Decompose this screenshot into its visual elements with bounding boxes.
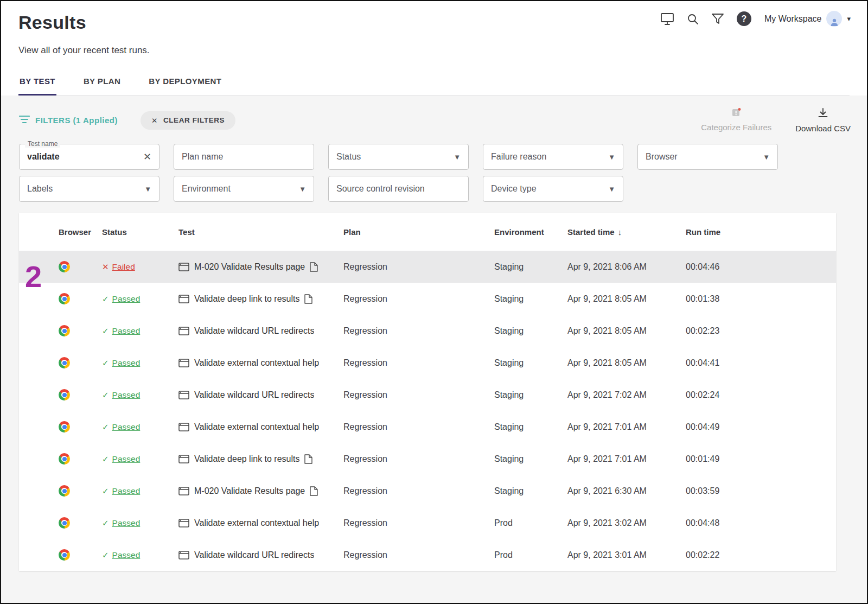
tab-by-deployment[interactable]: BY DEPLOYMENT <box>148 70 222 96</box>
failure-reason-filter[interactable]: Failure reason ▼ <box>483 144 623 170</box>
status-icon: ✓ <box>102 550 109 560</box>
chrome-icon <box>59 549 70 561</box>
filters-title: FILTERS (1 Applied) <box>35 116 118 125</box>
environment-placeholder: Environment <box>182 184 231 194</box>
help-icon[interactable]: ? <box>737 11 751 26</box>
status-link[interactable]: ✓ Passed <box>102 486 140 496</box>
environment-filter[interactable]: Environment ▼ <box>174 176 314 202</box>
download-csv-button[interactable]: Download CSV <box>795 107 851 133</box>
run-time-cell: 00:04:49 <box>686 422 836 432</box>
doc-icon[interactable] <box>304 294 312 304</box>
status-label: Failed <box>112 262 135 272</box>
test-name: M-020 Validate Results page <box>194 486 305 496</box>
results-table: Browser Status Test Plan Environment Sta… <box>19 213 836 571</box>
table-row[interactable]: ✓ Passed M-020 Validate Results page Reg… <box>19 475 836 507</box>
source-control-placeholder: Source control revision <box>336 184 425 194</box>
chevron-down-icon: ▾ <box>847 15 851 23</box>
filters-toggle[interactable]: FILTERS (1 Applied) <box>19 115 118 126</box>
test-window-icon <box>178 455 189 463</box>
col-started-time[interactable]: Started time ↓ <box>567 227 686 237</box>
col-run-time[interactable]: Run time <box>686 227 836 237</box>
clear-test-name-icon[interactable]: ✕ <box>143 152 151 162</box>
run-time-cell: 00:04:46 <box>686 262 836 272</box>
test-name: Validate external contextual help <box>194 518 319 528</box>
started-time-cell: Apr 9, 2021 8:06 AM <box>567 262 686 272</box>
col-plan[interactable]: Plan <box>343 227 494 237</box>
status-link[interactable]: ✓ Passed <box>102 390 140 400</box>
test-name-filter[interactable]: Test name validate ✕ <box>19 144 159 170</box>
started-time-cell: Apr 9, 2021 3:01 AM <box>567 550 686 560</box>
run-time-cell: 00:04:41 <box>686 358 836 368</box>
table-row[interactable]: ✓ Passed Validate external contextual he… <box>19 347 836 379</box>
plan-cell: Regression <box>343 550 494 560</box>
run-time-cell: 00:01:49 <box>686 454 836 464</box>
status-icon: ✓ <box>102 422 109 432</box>
status-link[interactable]: ✓ Passed <box>102 518 140 528</box>
plan-cell: Regression <box>343 326 494 336</box>
started-time-cell: Apr 9, 2021 8:05 AM <box>567 358 686 368</box>
doc-icon[interactable] <box>310 262 318 272</box>
table-row[interactable]: ✓ Passed Validate deep link to results R… <box>19 283 836 315</box>
table-row[interactable]: ✓ Passed Validate external contextual he… <box>19 507 836 539</box>
monitor-icon[interactable] <box>661 13 674 25</box>
filter-icon[interactable] <box>712 14 724 24</box>
environment-cell: Staging <box>494 486 567 496</box>
test-window-icon <box>178 487 189 495</box>
test-window-icon <box>178 295 189 303</box>
status-link[interactable]: ✓ Passed <box>102 326 140 336</box>
browser-filter[interactable]: Browser ▼ <box>637 144 778 170</box>
col-status[interactable]: Status <box>102 227 178 237</box>
col-test[interactable]: Test <box>178 227 343 237</box>
browser-placeholder: Browser <box>646 152 678 162</box>
test-name: M-020 Validate Results page <box>194 262 305 272</box>
plan-name-placeholder: Plan name <box>182 152 224 162</box>
clear-filters-button[interactable]: ✕ CLEAR FILTERS <box>141 111 235 130</box>
table-row[interactable]: ✓ Passed Validate deep link to results R… <box>19 443 836 475</box>
workspace-menu[interactable]: My Workspace ▾ <box>764 11 851 27</box>
plan-cell: Regression <box>343 422 494 432</box>
status-label: Passed <box>112 486 141 496</box>
status-link[interactable]: ✕ Failed <box>102 262 135 272</box>
chrome-icon <box>59 325 70 336</box>
test-name: Validate external contextual help <box>194 358 319 368</box>
status-link[interactable]: ✓ Passed <box>102 358 140 368</box>
status-link[interactable]: ✓ Passed <box>102 422 140 432</box>
test-name: Validate wildcard URL redirects <box>194 390 314 400</box>
categorize-failures-button[interactable]: Categorize Failures <box>701 107 771 133</box>
test-window-icon <box>178 391 189 399</box>
run-time-cell: 00:01:38 <box>686 294 836 304</box>
device-type-placeholder: Device type <box>491 184 537 194</box>
col-browser[interactable]: Browser <box>59 227 102 237</box>
doc-icon[interactable] <box>310 486 318 496</box>
tab-by-test[interactable]: BY TEST <box>18 70 56 96</box>
status-label: Passed <box>112 294 141 304</box>
col-environment[interactable]: Environment <box>494 227 567 237</box>
doc-icon[interactable] <box>304 454 312 464</box>
chrome-icon <box>59 357 70 368</box>
labels-filter[interactable]: Labels ▼ <box>19 176 159 202</box>
device-type-filter[interactable]: Device type ▼ <box>483 176 623 202</box>
run-time-cell: 00:04:48 <box>686 518 836 528</box>
search-icon[interactable] <box>687 13 699 25</box>
status-link[interactable]: ✓ Passed <box>102 454 140 464</box>
chevron-down-icon: ▼ <box>144 185 151 193</box>
environment-cell: Staging <box>494 358 567 368</box>
chrome-icon <box>59 517 70 529</box>
status-link[interactable]: ✓ Passed <box>102 294 140 304</box>
plan-cell: Regression <box>343 518 494 528</box>
table-row[interactable]: ✓ Passed Validate external contextual he… <box>19 411 836 443</box>
environment-cell: Staging <box>494 262 567 272</box>
started-time-cell: Apr 9, 2021 7:01 AM <box>567 454 686 464</box>
table-row[interactable]: ✓ Passed Validate wildcard URL redirects… <box>19 539 836 571</box>
status-filter[interactable]: Status ▼ <box>328 144 469 170</box>
test-window-icon <box>178 359 189 367</box>
status-placeholder: Status <box>336 152 361 162</box>
status-link[interactable]: ✓ Passed <box>102 550 140 560</box>
table-row[interactable]: ✕ Failed M-020 Validate Results page Reg… <box>19 251 836 283</box>
tab-by-plan[interactable]: BY PLAN <box>82 70 122 96</box>
table-row[interactable]: ✓ Passed Validate wildcard URL redirects… <box>19 315 836 347</box>
avatar <box>826 11 842 27</box>
table-row[interactable]: ✓ Passed Validate wildcard URL redirects… <box>19 379 836 411</box>
plan-name-filter[interactable]: Plan name <box>174 144 314 170</box>
source-control-revision-filter[interactable]: Source control revision <box>328 176 469 202</box>
